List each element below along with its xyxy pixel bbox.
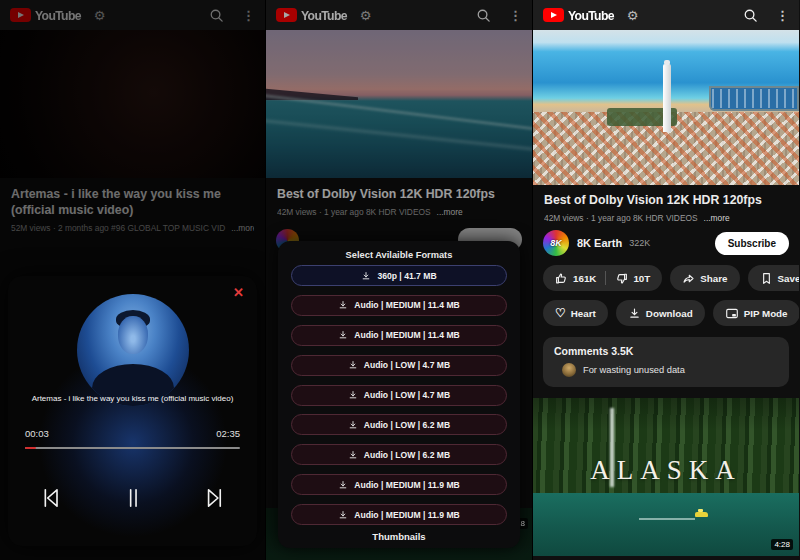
format-list: 360p | 41.7 MB Audio | MEDIUM | 11.4 MB … — [291, 265, 507, 525]
commenter-avatar — [562, 363, 576, 377]
video-meta: 42M views · 1 year ago 8K HDR VIDEOS...m… — [277, 207, 521, 217]
like-dislike-pill[interactable]: 161K 10T — [543, 265, 662, 291]
youtube-logo[interactable]: YouTube — [543, 8, 617, 23]
more-link[interactable]: ...more — [437, 207, 463, 217]
screen-middle-format-modal: YouTube ⚙ ⋮ Best of Dolby Vision 12K HDR… — [266, 0, 533, 560]
settings-gear-icon[interactable]: ⚙ — [627, 9, 639, 22]
download-icon — [348, 390, 358, 400]
download-icon — [338, 330, 348, 340]
elapsed-time: 00:03 — [25, 428, 49, 439]
heart-button[interactable]: ♡ Heart — [543, 300, 608, 326]
next-track-icon[interactable] — [201, 484, 229, 512]
boat — [695, 512, 708, 517]
actions-row-2: ♡ Heart Download PIP Mode Minimize — [533, 300, 799, 326]
channel-avatar[interactable]: 8K — [543, 230, 569, 256]
search-icon[interactable] — [209, 8, 224, 23]
comments-count: Comments 3.5K — [554, 345, 778, 357]
share-button[interactable]: Share — [670, 265, 739, 291]
settings-gear-icon[interactable]: ⚙ — [94, 9, 106, 22]
pip-icon — [725, 307, 739, 320]
format-option-audio[interactable]: Audio | MEDIUM | 11.9 MB — [291, 474, 507, 495]
channel-name[interactable]: 8K Earth — [577, 237, 622, 249]
comments-section[interactable]: Comments 3.5K For wasting unused data — [543, 337, 789, 387]
thumbs-up-icon — [555, 272, 568, 285]
download-icon — [338, 510, 348, 520]
miniplayer-track-title: Artemas - i like the way you kiss me (of… — [20, 394, 245, 403]
previous-track-icon[interactable] — [36, 484, 64, 512]
next-video-thumbnail[interactable]: ALASKA 4:28 — [533, 398, 799, 556]
settings-gear-icon[interactable]: ⚙ — [360, 9, 372, 22]
miniplayer-popup: ✕ Artemas - i like the way you kiss me (… — [8, 276, 257, 546]
bookmark-icon — [760, 272, 773, 285]
video-player-area[interactable] — [533, 30, 799, 185]
youtube-logo[interactable]: YouTube — [10, 8, 84, 23]
format-option-audio[interactable]: Audio | MEDIUM | 11.9 MB — [291, 504, 507, 525]
video-meta: 52M views · 2 months ago #96 GLOBAL TOP … — [11, 223, 254, 233]
comment-preview: For wasting unused data — [583, 365, 685, 375]
screenshot-collage: YouTube ⚙ ⋮ Artemas - i like the way you… — [0, 0, 800, 560]
modal-title: Select Avilaible Formats — [291, 250, 507, 260]
seek-bar-fill — [25, 447, 36, 449]
youtube-wordmark: YouTube — [301, 8, 347, 23]
subscriber-count: 322K — [629, 238, 650, 248]
download-icon — [338, 480, 348, 490]
subscribe-button[interactable]: Subscribe — [715, 232, 789, 255]
thumbs-down-icon — [615, 272, 628, 285]
download-formats-modal: Select Avilaible Formats 360p | 41.7 MB … — [278, 241, 520, 548]
channel-row: 8K 8K Earth 322K Subscribe — [533, 223, 799, 256]
like-count: 161K — [573, 273, 596, 284]
youtube-play-icon — [10, 8, 31, 22]
download-icon — [348, 360, 358, 370]
screen-left-miniplayer: YouTube ⚙ ⋮ Artemas - i like the way you… — [0, 0, 266, 560]
video-title: Artemas - i like the way you kiss me (of… — [11, 186, 254, 218]
close-icon[interactable]: ✕ — [233, 286, 244, 299]
video-meta: 42M views · 1 year ago 8K HDR VIDEOS...m… — [544, 213, 788, 223]
circular-video-thumbnail — [77, 294, 189, 406]
actions-row-1: 161K 10T Share Save — [533, 265, 799, 291]
youtube-play-icon — [276, 8, 297, 22]
format-option-audio[interactable]: Audio | MEDIUM | 11.4 MB — [291, 325, 507, 346]
more-link[interactable]: ...more — [704, 213, 730, 223]
download-icon — [361, 271, 371, 281]
save-button[interactable]: Save — [748, 265, 799, 291]
harbor — [709, 86, 799, 111]
video-title: Best of Dolby Vision 12K HDR 120fps — [277, 186, 521, 202]
duration-badge: 4:28 — [771, 539, 793, 550]
format-option-audio[interactable]: Audio | MEDIUM | 11.4 MB — [291, 295, 507, 316]
format-option-audio[interactable]: Audio | LOW | 4.7 MB — [291, 355, 507, 376]
youtube-play-icon — [543, 8, 564, 22]
video-player-area[interactable] — [0, 30, 265, 178]
youtube-wordmark: YouTube — [568, 8, 614, 23]
pip-mode-button[interactable]: PIP Mode — [713, 300, 799, 326]
app-header: YouTube ⚙ ⋮ — [533, 0, 799, 30]
heart-icon: ♡ — [555, 307, 566, 319]
share-icon — [682, 272, 695, 285]
search-icon[interactable] — [476, 8, 491, 23]
app-header: YouTube ⚙ ⋮ — [266, 0, 532, 30]
seek-bar[interactable] — [25, 447, 240, 449]
format-option-audio[interactable]: Audio | LOW | 6.2 MB — [291, 444, 507, 465]
format-option-audio[interactable]: Audio | LOW | 4.7 MB — [291, 385, 507, 406]
video-title: Best of Dolby Vision 12K HDR 120fps — [544, 192, 788, 208]
kebab-menu-icon[interactable]: ⋮ — [509, 8, 522, 23]
download-button[interactable]: Download — [616, 300, 705, 326]
lighthouse — [663, 64, 671, 132]
thumbnails-button[interactable]: Thumbnails — [291, 531, 507, 542]
download-icon — [348, 420, 358, 430]
more-link[interactable]: ...more — [231, 223, 254, 233]
app-header: YouTube ⚙ ⋮ — [0, 0, 265, 30]
youtube-logo[interactable]: YouTube — [276, 8, 350, 23]
dislike-count: 10T — [633, 273, 650, 284]
download-icon — [628, 307, 641, 320]
thumbnail-title-text: ALASKA — [533, 455, 799, 486]
kebab-menu-icon[interactable]: ⋮ — [242, 8, 255, 23]
download-icon — [348, 450, 358, 460]
video-player-area[interactable] — [266, 30, 532, 178]
screen-right-watch-page: YouTube ⚙ ⋮ Best of Dolby Vision 12K HDR… — [533, 0, 799, 560]
format-option-audio[interactable]: Audio | LOW | 6.2 MB — [291, 414, 507, 435]
search-icon[interactable] — [743, 8, 758, 23]
kebab-menu-icon[interactable]: ⋮ — [776, 8, 789, 23]
format-option-360p[interactable]: 360p | 41.7 MB — [291, 265, 507, 286]
youtube-wordmark: YouTube — [35, 8, 81, 23]
pause-icon[interactable] — [119, 484, 147, 512]
